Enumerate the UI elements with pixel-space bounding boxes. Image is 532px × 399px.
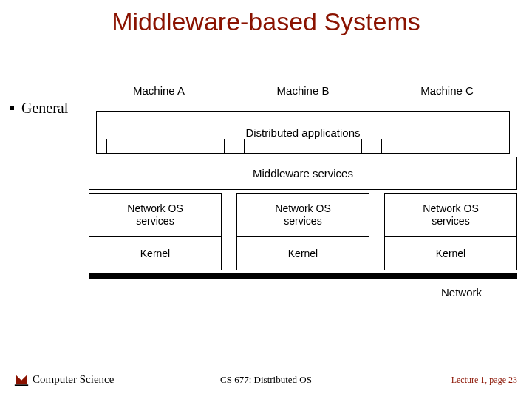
kernel-box-b: Kernel bbox=[236, 237, 369, 270]
netos-box-b: Network OSservices bbox=[236, 193, 369, 237]
netos-box-a: Network OSservices bbox=[89, 193, 222, 237]
apps-split-b bbox=[244, 139, 362, 154]
bullet-text: General bbox=[21, 100, 68, 117]
machine-labels: Machine A Machine B Machine C bbox=[103, 84, 502, 97]
slide-title: Middleware-based Systems bbox=[0, 7, 532, 36]
machine-b-label: Machine B bbox=[248, 84, 358, 97]
column-b: Network OSservices Kernel bbox=[236, 193, 369, 270]
network-bar bbox=[89, 273, 517, 279]
column-a: Network OSservices Kernel bbox=[89, 193, 222, 270]
middleware-box: Middleware services bbox=[89, 157, 517, 190]
netos-box-c: Network OSservices bbox=[384, 193, 517, 237]
bullet-icon bbox=[10, 106, 14, 110]
os-columns: Network OSservices Kernel Network OSserv… bbox=[89, 193, 517, 270]
kernel-box-a: Kernel bbox=[89, 237, 222, 270]
machine-a-label: Machine A bbox=[103, 84, 214, 97]
bullet-item: General bbox=[10, 100, 68, 117]
footer: Computer Science CS 677: Distributed OS … bbox=[0, 369, 532, 387]
network-label: Network bbox=[441, 286, 482, 299]
slide: Middleware-based Systems General Machine… bbox=[0, 0, 532, 399]
apps-split-c bbox=[381, 139, 499, 154]
kernel-box-c: Kernel bbox=[384, 237, 517, 270]
apps-split-a bbox=[106, 139, 225, 154]
column-c: Network OSservices Kernel bbox=[384, 193, 517, 270]
architecture-diagram: Distributed applications Middleware serv… bbox=[89, 111, 517, 279]
machine-c-label: Machine C bbox=[392, 84, 502, 97]
apps-layer: Distributed applications bbox=[89, 111, 517, 154]
page-label: Lecture 1, page 23 bbox=[451, 375, 517, 386]
